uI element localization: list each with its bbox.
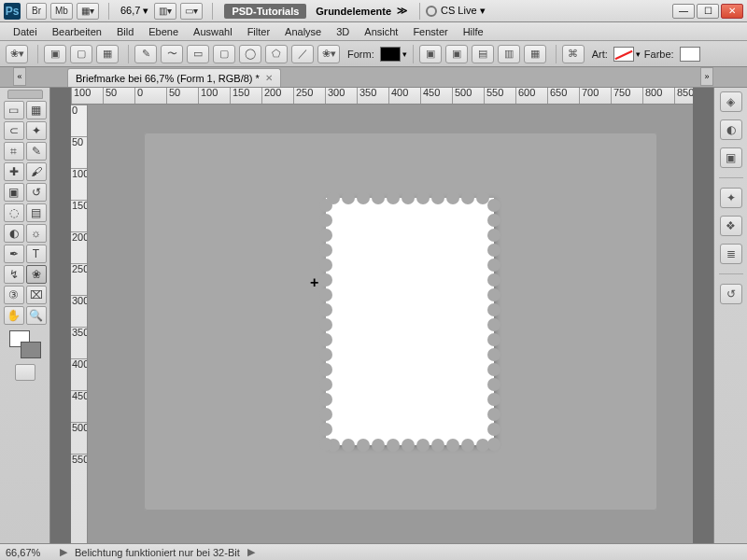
tool-dodge[interactable]: ☼ bbox=[26, 224, 47, 243]
menu-filter[interactable]: Filter bbox=[240, 24, 277, 39]
menu-3d[interactable]: 3D bbox=[329, 24, 357, 39]
zoom-level[interactable]: 66,7 ▾ bbox=[120, 5, 148, 17]
pen-tool-icon[interactable]: ✎ bbox=[134, 45, 157, 63]
gutter-left bbox=[50, 88, 71, 543]
link-icon[interactable]: ⌘ bbox=[562, 45, 585, 63]
collapse-left-icon[interactable]: « bbox=[13, 67, 26, 86]
minibridge-button[interactable]: Mb bbox=[50, 3, 73, 20]
menu-ebene[interactable]: Ebene bbox=[141, 24, 186, 39]
canvas[interactable]: + bbox=[88, 105, 693, 543]
rounded-rect-icon[interactable]: ▢ bbox=[213, 45, 235, 63]
tool-zoom[interactable]: 🔍 bbox=[26, 306, 47, 325]
line-shape-icon[interactable]: ／ bbox=[291, 45, 314, 63]
tool-spot-heal[interactable]: ✚ bbox=[4, 162, 24, 181]
status-menu2-icon[interactable]: ▶ bbox=[247, 546, 255, 558]
minimize-button[interactable]: — bbox=[672, 4, 695, 19]
menu-datei[interactable]: Datei bbox=[6, 24, 45, 39]
ps-logo-icon: Ps bbox=[4, 3, 21, 20]
tool-lasso[interactable]: ⊂ bbox=[4, 121, 24, 140]
tool-move[interactable]: ▭ bbox=[4, 101, 24, 119]
styles-panel-icon[interactable]: ≣ bbox=[720, 244, 742, 264]
menu-bearbeiten[interactable]: Bearbeiten bbox=[45, 24, 109, 39]
background-color[interactable] bbox=[21, 342, 41, 358]
form-label: Form: bbox=[347, 49, 374, 60]
horizontal-ruler[interactable]: 1005005010015020025030035040045050055060… bbox=[71, 88, 693, 105]
panel-strip: ◈ ◐ ▣ ✦ ❖ ≣ ↺ bbox=[713, 88, 747, 543]
canvas-area: 1005005010015020025030035040045050055060… bbox=[71, 88, 693, 543]
quickmask-button[interactable] bbox=[15, 364, 35, 381]
tool-history-brush[interactable]: ↺ bbox=[26, 183, 47, 202]
tool-path-select[interactable]: ↯ bbox=[4, 265, 24, 284]
menu-bild[interactable]: Bild bbox=[109, 24, 141, 39]
freeform-pen-icon[interactable]: 〜 bbox=[161, 45, 183, 63]
custom-shape-icon[interactable]: ❀▾ bbox=[317, 45, 340, 63]
tool-blur[interactable]: ◐ bbox=[4, 224, 24, 243]
tool-3d[interactable]: ③ bbox=[4, 286, 24, 304]
tool-3d-camera[interactable]: ⌧ bbox=[26, 286, 47, 304]
swatches-panel-icon[interactable]: ❖ bbox=[720, 216, 742, 236]
document-tab[interactable]: Briefmarke bei 66,7% (Form 1, RGB/8) * ✕ bbox=[67, 68, 281, 87]
tool-crop[interactable]: ⌗ bbox=[4, 142, 24, 161]
combine-add-icon[interactable]: ▣ bbox=[445, 45, 468, 63]
crosshair-cursor-icon: + bbox=[310, 274, 318, 291]
shape-layers-button[interactable]: ▣ bbox=[44, 45, 66, 63]
document-tab-title: Briefmarke bei 66,7% (Form 1, RGB/8) * bbox=[76, 73, 260, 84]
history-panel-icon[interactable]: ↺ bbox=[720, 284, 742, 304]
view-extras-button[interactable]: ▦▾ bbox=[77, 3, 99, 20]
layers-panel-icon[interactable]: ◈ bbox=[720, 91, 742, 112]
workspace-pill[interactable]: PSD-Tutorials bbox=[224, 4, 306, 19]
tool-custom-shape[interactable]: ❀ bbox=[26, 265, 47, 284]
screen-mode-button[interactable]: ▭▾ bbox=[180, 3, 203, 20]
close-button[interactable]: ✕ bbox=[721, 4, 743, 19]
color-swatches[interactable] bbox=[9, 330, 41, 358]
tool-eyedropper[interactable]: ✎ bbox=[26, 142, 47, 161]
gutter-right bbox=[693, 88, 713, 543]
adjustments-panel-icon[interactable]: ◐ bbox=[720, 119, 742, 140]
menu-auswahl[interactable]: Auswahl bbox=[186, 24, 240, 39]
menu-ansicht[interactable]: Ansicht bbox=[357, 24, 405, 39]
tool-preset-button[interactable]: ❀▾ bbox=[6, 45, 28, 63]
collapse-right-icon[interactable]: » bbox=[700, 67, 713, 86]
status-zoom[interactable]: 66,67% bbox=[6, 547, 52, 558]
shape-picker[interactable] bbox=[380, 47, 401, 62]
tool-eraser[interactable]: ◌ bbox=[4, 203, 24, 222]
menu-hilfe[interactable]: Hilfe bbox=[456, 24, 491, 39]
combine-subtract-icon[interactable]: ▤ bbox=[472, 45, 494, 63]
tool-brush[interactable]: 🖌 bbox=[26, 162, 47, 181]
workspace-name[interactable]: Grundelemente bbox=[316, 6, 391, 17]
tool-marquee[interactable]: ▦ bbox=[26, 101, 47, 119]
combine-exclude-icon[interactable]: ▦ bbox=[524, 45, 546, 63]
separator bbox=[108, 3, 109, 20]
menu-analyse[interactable]: Analyse bbox=[277, 24, 329, 39]
combine-intersect-icon[interactable]: ▥ bbox=[498, 45, 520, 63]
tool-type[interactable]: T bbox=[26, 245, 47, 263]
vertical-ruler[interactable]: 050100150200250300350400450500550 bbox=[71, 105, 88, 543]
farbe-label: Farbe: bbox=[644, 49, 674, 60]
close-tab-icon[interactable]: ✕ bbox=[265, 73, 273, 83]
rect-shape-icon[interactable]: ▭ bbox=[187, 45, 209, 63]
fill-pixels-button[interactable]: ▦ bbox=[96, 45, 119, 63]
tool-pen[interactable]: ✒ bbox=[4, 245, 24, 263]
tool-magic-wand[interactable]: ✦ bbox=[26, 121, 47, 140]
paths-button[interactable]: ▢ bbox=[70, 45, 92, 63]
arrange-button[interactable]: ▥▾ bbox=[154, 3, 176, 20]
stamp-shape[interactable] bbox=[326, 198, 494, 445]
bridge-button[interactable]: Br bbox=[26, 3, 47, 20]
tool-clone[interactable]: ▣ bbox=[4, 183, 24, 202]
info-panel-icon[interactable]: ✦ bbox=[720, 188, 742, 208]
tool-gradient[interactable]: ▤ bbox=[26, 203, 47, 222]
status-menu-icon[interactable]: ▶ bbox=[60, 546, 67, 558]
menu-fenster[interactable]: Fenster bbox=[405, 24, 455, 39]
maximize-button[interactable]: ☐ bbox=[697, 4, 719, 19]
color-picker[interactable] bbox=[680, 47, 700, 62]
toolbox: ▭▦⊂✦⌗✎✚🖌▣↺◌▤◐☼✒T↯❀③⌧✋🔍 bbox=[0, 88, 50, 543]
style-picker[interactable] bbox=[613, 47, 634, 62]
toolbox-grip[interactable] bbox=[7, 90, 43, 99]
combine-new-icon[interactable]: ▣ bbox=[419, 45, 442, 63]
tool-hand[interactable]: ✋ bbox=[4, 306, 24, 325]
polygon-shape-icon[interactable]: ⬠ bbox=[265, 45, 288, 63]
masks-panel-icon[interactable]: ▣ bbox=[720, 147, 742, 168]
more-workspaces-icon[interactable]: ≫ bbox=[397, 5, 408, 17]
cslive-button[interactable]: CS Live ▾ bbox=[441, 5, 486, 17]
ellipse-shape-icon[interactable]: ◯ bbox=[239, 45, 261, 63]
